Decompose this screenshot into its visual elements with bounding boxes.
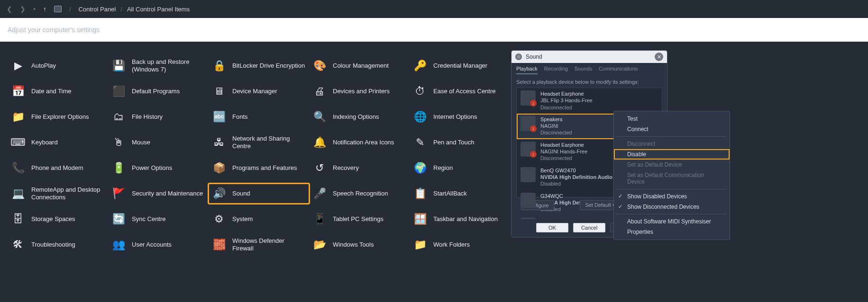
item-label: Speech Recognition — [333, 190, 388, 197]
control-panel-item[interactable]: 🎨Colour Management — [309, 56, 410, 76]
item-label: Date and Time — [31, 88, 72, 95]
item-icon: 🛠 — [10, 237, 26, 252]
context-menu-item[interactable]: About Software MIDI Synthesiser — [614, 216, 730, 227]
control-panel-item[interactable]: 🖥Device Manager — [209, 81, 309, 101]
breadcrumb-item[interactable]: All Control Panel Items — [127, 6, 190, 13]
control-panel-item[interactable]: ✎Pen and Touch — [410, 133, 510, 152]
control-panel-item[interactable]: ▶AutoPlay — [8, 56, 108, 76]
nav-back-icon[interactable]: ❮ — [7, 5, 12, 13]
nav-recent-icon[interactable]: • — [33, 5, 36, 13]
control-panel-item[interactable]: 📦Programs and Features — [209, 158, 309, 178]
context-menu-item[interactable]: Connect — [614, 124, 730, 134]
control-panel-item[interactable]: 🚩Security and Maintenance — [108, 184, 209, 204]
item-label: Device Manager — [232, 88, 277, 95]
dialog-titlebar[interactable]: Sound ✕ — [512, 51, 667, 63]
item-label: RemoteApp and Desktop Connections — [31, 186, 105, 201]
control-panel-item[interactable]: 🪟Taskbar and Navigation — [410, 209, 510, 229]
context-menu-item[interactable]: Test — [614, 114, 730, 124]
device-text: Headset Earphone NAGINI Hands-FreeDiscon… — [540, 142, 587, 162]
control-panel-item[interactable]: 📞Phone and Modem — [8, 158, 108, 178]
item-icon: 🔍 — [312, 109, 327, 124]
device-state: Disabled — [540, 180, 612, 187]
item-label: Credential Manager — [433, 62, 487, 70]
item-icon: 👥 — [111, 237, 126, 252]
control-panel-item[interactable]: 🎤Speech Recognition — [309, 184, 410, 204]
control-panel-item[interactable]: 📱Tablet PC Settings — [309, 209, 410, 229]
item-icon: ⌨ — [10, 135, 26, 150]
item-label: Keyboard — [31, 139, 58, 146]
control-panel-item[interactable]: 🖧Network and Sharing Centre — [209, 133, 309, 152]
control-panel-item[interactable]: 💾Back up and Restore (Windows 7) — [108, 56, 209, 76]
control-panel-item[interactable]: ⏱Ease of Access Centre — [410, 81, 510, 101]
item-label: Programs and Features — [232, 164, 297, 172]
dialog-tab[interactable]: Communications — [599, 66, 638, 74]
control-panel-item[interactable]: 🔔Notification Area Icons — [309, 133, 410, 152]
item-label: Region — [433, 164, 453, 172]
item-label: Back up and Restore (Windows 7) — [132, 58, 206, 73]
control-panel-item[interactable]: ⌨Keyboard — [8, 133, 108, 152]
item-icon: 📞 — [10, 160, 26, 176]
this-pc-icon[interactable] — [54, 6, 62, 12]
context-menu: TestConnectDisconnectDisableSet as Defau… — [613, 111, 730, 240]
dialog-tab[interactable]: Sounds — [575, 66, 592, 74]
control-panel-item[interactable]: 🖱Mouse — [108, 133, 209, 152]
control-panel-item[interactable]: 📁Work Folders — [410, 235, 510, 255]
control-panel-item[interactable]: 🔊Sound — [209, 184, 309, 204]
control-panel-item[interactable]: 🔋Power Options — [108, 158, 209, 178]
control-panel-item[interactable]: 👥User Accounts — [108, 235, 209, 255]
item-icon: 💾 — [111, 58, 126, 73]
control-panel-item[interactable]: 🗄Storage Spaces — [8, 209, 108, 229]
device-subtitle: NAGINI — [540, 123, 572, 129]
control-panel-item[interactable]: 📅Date and Time — [8, 81, 108, 101]
control-panel-item[interactable]: 💻RemoteApp and Desktop Connections — [8, 184, 108, 204]
control-panel-item[interactable]: 📂Windows Tools — [309, 235, 410, 255]
device-item[interactable]: ↓ Headset Earphone JBL Flip 3 Hands-Free… — [517, 88, 662, 114]
item-icon: 🪟 — [412, 212, 428, 227]
context-menu-item[interactable]: Show Disconnected Devices — [614, 202, 730, 212]
close-icon[interactable]: ✕ — [655, 53, 663, 61]
control-panel-item[interactable]: ↺Recovery — [309, 158, 410, 178]
control-panel-item[interactable]: 📋StartAllBack — [410, 184, 510, 204]
control-panel-item[interactable]: 📁File Explorer Options — [8, 107, 108, 127]
item-label: Security and Maintenance — [132, 190, 203, 197]
control-panel-item[interactable]: 🔤Fonts — [209, 107, 309, 127]
breadcrumb-item[interactable]: Control Panel — [79, 6, 116, 13]
control-panel-item[interactable]: 🧱Windows Defender Firewall — [209, 235, 309, 255]
item-label: Windows Defender Firewall — [232, 237, 306, 252]
item-label: File Explorer Options — [31, 113, 89, 121]
item-icon: 🔔 — [312, 135, 327, 150]
ok-button[interactable]: OK — [536, 223, 568, 232]
control-panel-item[interactable]: 🔑Credential Manager — [410, 56, 510, 76]
item-label: Mouse — [132, 139, 150, 146]
item-label: Power Options — [132, 164, 172, 172]
control-panel-item[interactable]: 🗂File History — [108, 107, 209, 127]
control-panel-item[interactable]: ⚙System — [209, 209, 309, 229]
control-panel-item[interactable]: 🌐Internet Options — [410, 107, 510, 127]
item-icon: 💻 — [10, 186, 26, 201]
context-menu-item[interactable]: Properties — [614, 227, 730, 237]
context-menu-item[interactable]: Disable — [614, 149, 730, 160]
control-panel-item[interactable]: 🔍Indexing Options — [309, 107, 410, 127]
control-panel-item[interactable]: 🔒BitLocker Drive Encryption — [209, 56, 309, 76]
item-icon: 🔋 — [111, 160, 126, 176]
page-title: Adjust your computer's settings — [8, 26, 100, 34]
item-label: Sync Centre — [132, 215, 166, 223]
control-panel-item[interactable]: 🛠Troubleshooting — [8, 235, 108, 255]
dialog-hint: Select a playback device below to modify… — [516, 79, 662, 85]
item-label: Recovery — [333, 164, 359, 172]
cancel-button[interactable]: Cancel — [573, 223, 605, 232]
device-title: G34WQC — [540, 193, 612, 199]
breadcrumb-separator: / — [69, 6, 71, 13]
dialog-tab[interactable]: Playback — [516, 66, 538, 74]
item-icon: ⚙ — [211, 212, 227, 227]
control-panel-item[interactable]: ⬛Default Programs — [108, 81, 209, 101]
item-label: Notification Area Icons — [333, 139, 394, 146]
control-panel-item[interactable]: 🌍Region — [410, 158, 510, 178]
control-panel-item[interactable]: 🔄Sync Centre — [108, 209, 209, 229]
nav-forward-icon[interactable]: ❯ — [20, 5, 26, 13]
context-menu-item[interactable]: Show Disabled Devices — [614, 191, 730, 202]
dialog-tab[interactable]: Recording — [544, 66, 568, 74]
page-title-bar: Adjust your computer's settings — [0, 18, 868, 42]
nav-up-icon[interactable]: ↑ — [43, 5, 46, 13]
control-panel-item[interactable]: 🖨Devices and Printers — [309, 81, 410, 101]
